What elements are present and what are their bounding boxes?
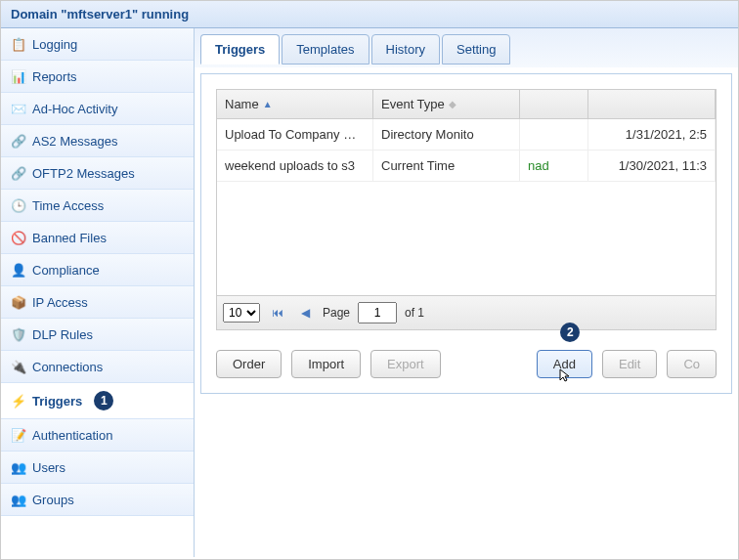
sidebar-item-oftp2[interactable]: 🔗OFTP2 Messages bbox=[1, 157, 194, 190]
sidebar-item-compliance[interactable]: 👤Compliance bbox=[1, 254, 194, 286]
copy-button[interactable]: Co bbox=[667, 350, 717, 378]
sidebar-item-label: Ad-Hoc Activity bbox=[32, 102, 117, 116]
add-button[interactable]: Add bbox=[537, 350, 592, 378]
link-icon: 🔗 bbox=[11, 165, 26, 181]
link-icon: 🔗 bbox=[11, 133, 26, 149]
sidebar-item-label: Groups bbox=[32, 493, 74, 507]
sidebar-item-label: DLP Rules bbox=[32, 327, 93, 342]
col-header-name[interactable]: Name▲ bbox=[217, 90, 373, 118]
sidebar-item-label: IP Access bbox=[32, 295, 88, 310]
sidebar-item-dlp-rules[interactable]: 🛡️DLP Rules bbox=[1, 319, 194, 351]
sidebar-item-label: Authentication bbox=[32, 428, 112, 443]
col-header-date[interactable] bbox=[588, 90, 716, 118]
tab-history[interactable]: History bbox=[371, 34, 440, 65]
first-page-button[interactable]: ⏮ bbox=[268, 303, 287, 323]
col-header-extra[interactable] bbox=[520, 90, 588, 118]
sidebar-item-label: OFTP2 Messages bbox=[32, 166, 135, 181]
users-icon: 👥 bbox=[11, 459, 26, 475]
cell-name: Upload To Company … bbox=[217, 119, 373, 150]
tab-bar: Triggers Templates History Setting bbox=[200, 34, 732, 65]
sidebar-item-label: Compliance bbox=[32, 263, 100, 278]
grid-header: Name▲ Event Type◆ bbox=[217, 90, 716, 119]
col-header-event[interactable]: Event Type◆ bbox=[373, 90, 520, 118]
sidebar-item-label: Logging bbox=[32, 37, 77, 52]
table-row[interactable]: Upload To Company … Directory Monito 1/3… bbox=[217, 119, 716, 151]
trigger-icon: ⚡ bbox=[11, 393, 26, 409]
page-label: Page bbox=[323, 306, 350, 320]
cell-extra bbox=[520, 119, 588, 150]
sidebar-item-label: Triggers bbox=[32, 394, 82, 409]
add-button-wrap: 2 Add bbox=[537, 350, 592, 378]
sidebar-item-time-access[interactable]: 🕒Time Access bbox=[1, 190, 194, 222]
main-panel: Triggers Templates History Setting Name▲… bbox=[195, 28, 738, 557]
col-header-label: Event Type bbox=[381, 97, 445, 111]
plug-icon: 🔌 bbox=[11, 359, 26, 374]
import-button[interactable]: Import bbox=[291, 350, 361, 378]
mail-icon: ✉️ bbox=[11, 101, 26, 116]
tab-triggers[interactable]: Triggers bbox=[200, 34, 280, 65]
sidebar-item-authentication[interactable]: 📝Authentication bbox=[1, 419, 194, 452]
auth-icon: 📝 bbox=[11, 427, 26, 443]
sidebar-item-label: Banned Files bbox=[32, 231, 107, 245]
shield-icon: 🛡️ bbox=[11, 326, 26, 342]
sort-asc-icon: ▲ bbox=[263, 99, 273, 109]
pager: 10 ⏮ ◀ Page of 1 bbox=[217, 295, 716, 329]
export-button[interactable]: Export bbox=[370, 350, 441, 378]
clock-icon: 🕒 bbox=[11, 197, 26, 213]
action-bar: Order Import Export 2 Add Edit Co bbox=[216, 350, 717, 378]
order-button[interactable]: Order bbox=[216, 350, 282, 378]
logging-icon: 📋 bbox=[11, 36, 26, 52]
tab-templates[interactable]: Templates bbox=[282, 34, 369, 65]
window-title: Domain "mftserver1" running bbox=[11, 7, 189, 22]
reports-icon: 📊 bbox=[11, 68, 26, 84]
callout-badge: 1 bbox=[94, 391, 113, 410]
edit-button[interactable]: Edit bbox=[602, 350, 657, 378]
sidebar-item-as2[interactable]: 🔗AS2 Messages bbox=[1, 125, 194, 157]
table-row[interactable]: weekend uploads to s3 Current Time nad 1… bbox=[217, 151, 716, 182]
sort-icon: ◆ bbox=[449, 99, 456, 109]
tab-settings[interactable]: Setting bbox=[442, 34, 510, 65]
page-input[interactable] bbox=[358, 302, 397, 323]
cell-event: Directory Monito bbox=[373, 119, 520, 150]
page-of-label: of 1 bbox=[405, 306, 424, 320]
col-header-label: Name bbox=[225, 97, 259, 111]
sidebar-item-adhoc[interactable]: ✉️Ad-Hoc Activity bbox=[1, 93, 194, 125]
sidebar-item-label: Time Access bbox=[32, 198, 104, 213]
groups-icon: 👥 bbox=[11, 492, 26, 507]
sidebar-item-banned-files[interactable]: 🚫Banned Files bbox=[1, 222, 194, 254]
cell-date: 1/30/2021, 11:3 bbox=[588, 151, 716, 181]
triggers-grid: Name▲ Event Type◆ Upload To Company … Di… bbox=[216, 89, 717, 330]
sidebar-item-ip-access[interactable]: 📦IP Access bbox=[1, 286, 194, 319]
window-header: Domain "mftserver1" running bbox=[1, 1, 738, 28]
person-icon: 👤 bbox=[11, 262, 26, 278]
callout-badge: 2 bbox=[560, 323, 580, 342]
sidebar-item-label: AS2 Messages bbox=[32, 134, 117, 149]
content-panel: Name▲ Event Type◆ Upload To Company … Di… bbox=[200, 73, 732, 394]
sidebar-item-users[interactable]: 👥Users bbox=[1, 452, 194, 484]
sidebar-item-groups[interactable]: 👥Groups bbox=[1, 484, 194, 516]
main-container: 📋Logging 📊Reports ✉️Ad-Hoc Activity 🔗AS2… bbox=[1, 28, 738, 557]
cell-extra: nad bbox=[520, 151, 588, 181]
sidebar-item-label: Reports bbox=[32, 69, 77, 84]
box-icon: 📦 bbox=[11, 294, 26, 310]
cell-date: 1/31/2021, 2:5 bbox=[588, 119, 716, 150]
sidebar-item-logging[interactable]: 📋Logging bbox=[1, 28, 194, 61]
sidebar-item-label: Connections bbox=[32, 360, 103, 374]
sidebar: 📋Logging 📊Reports ✉️Ad-Hoc Activity 🔗AS2… bbox=[1, 28, 195, 557]
banned-icon: 🚫 bbox=[11, 230, 26, 245]
sidebar-item-connections[interactable]: 🔌Connections bbox=[1, 351, 194, 383]
grid-body: Upload To Company … Directory Monito 1/3… bbox=[217, 119, 716, 295]
cell-name: weekend uploads to s3 bbox=[217, 151, 373, 181]
page-size-select[interactable]: 10 bbox=[223, 303, 260, 323]
sidebar-item-reports[interactable]: 📊Reports bbox=[1, 61, 194, 93]
cell-event: Current Time bbox=[373, 151, 520, 181]
sidebar-item-label: Users bbox=[32, 460, 65, 475]
sidebar-item-triggers[interactable]: ⚡Triggers1 bbox=[1, 383, 194, 419]
prev-page-button[interactable]: ◀ bbox=[295, 303, 315, 323]
